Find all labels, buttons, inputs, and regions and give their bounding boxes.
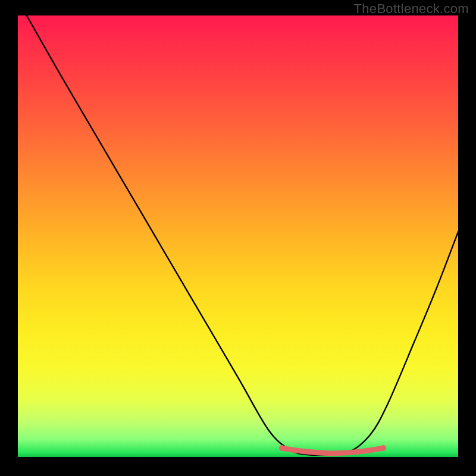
watermark-text: TheBottleneck.com [354, 1, 469, 17]
plot-area [18, 15, 458, 457]
bottleneck-band-path [282, 448, 383, 453]
curve-svg [18, 15, 458, 457]
band-right-cap [380, 445, 386, 451]
chart-container: TheBottleneck.com [0, 0, 476, 476]
band-left-cap [279, 445, 285, 451]
bottleneck-curve-path [27, 15, 458, 455]
